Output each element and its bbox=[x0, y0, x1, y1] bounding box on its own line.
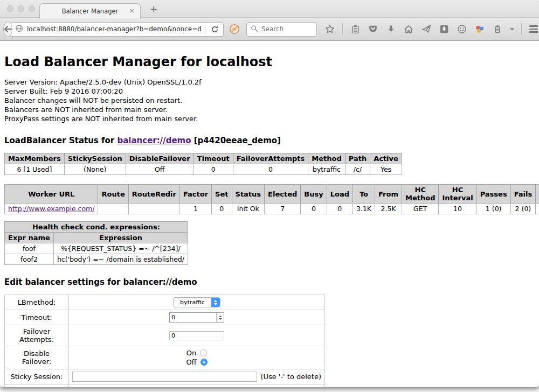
cell bbox=[536, 204, 539, 214]
tab-bar: Balancer Manager × + bbox=[0, 0, 539, 18]
window-controls bbox=[7, 5, 35, 12]
cell: Yes bbox=[370, 164, 402, 175]
number-stepper-icon[interactable] bbox=[216, 313, 224, 322]
cell: (None) bbox=[64, 164, 126, 175]
reload-icon[interactable] bbox=[209, 24, 220, 34]
balancer-link[interactable]: balancer://demo bbox=[117, 136, 191, 145]
save-panel-icon[interactable] bbox=[439, 24, 450, 34]
cell: /c/ bbox=[345, 164, 370, 175]
reading-list-icon[interactable] bbox=[350, 24, 361, 34]
health-check-table: Health check cond. expressions: Expr nam… bbox=[4, 221, 188, 265]
search-input[interactable] bbox=[261, 25, 313, 33]
col-header: Route bbox=[98, 185, 128, 204]
lbmethod-select[interactable]: bytraffic bbox=[173, 297, 220, 307]
cell: %{REQUEST_STATUS} =~ /^[234]/ bbox=[53, 243, 188, 254]
cell: 7 bbox=[265, 204, 301, 214]
add-worker-label: Add New Worker: bbox=[5, 384, 69, 387]
col-header: Busy bbox=[301, 185, 327, 204]
form-row-timeout: Timeout: bbox=[5, 310, 325, 325]
sticky-note: (Use '-' to delete) bbox=[260, 373, 321, 381]
col-header: From bbox=[375, 185, 402, 204]
notice-balancers: Balancers are NOT inherited from main se… bbox=[4, 105, 535, 114]
cell: foof2 bbox=[5, 254, 54, 265]
page-content: Load Balancer Manager for localhost Serv… bbox=[0, 41, 539, 387]
window-zoom-button[interactable] bbox=[29, 5, 35, 12]
col-header: HC Method bbox=[402, 185, 438, 204]
cell: 2 (0) bbox=[510, 204, 536, 214]
feedback-smiley-icon[interactable] bbox=[457, 24, 467, 34]
col-header: Active bbox=[370, 153, 402, 164]
select-stepper-icon bbox=[211, 298, 220, 307]
url-text[interactable]: localhost:8880/balancer-manager?b=demo&n… bbox=[27, 25, 201, 33]
edit-settings-form: LBmethod: bytraffic Timeout: bbox=[4, 295, 325, 387]
cell: 0 bbox=[194, 164, 233, 175]
cell: 2.5K bbox=[375, 204, 402, 214]
col-header: Worker URL bbox=[5, 185, 98, 204]
cell: 0 bbox=[301, 204, 327, 214]
timeout-field[interactable] bbox=[169, 312, 224, 323]
dropdown-caret-icon[interactable] bbox=[510, 28, 514, 31]
col-header: DisableFailover bbox=[126, 153, 194, 164]
form-row-sticky: Sticky Session: (Use '-' to delete) bbox=[5, 369, 325, 384]
worker-url-link[interactable]: http://www.example.com/ bbox=[8, 205, 94, 213]
search-bar[interactable] bbox=[246, 22, 317, 37]
col-header: Path bbox=[345, 153, 370, 164]
notice-persist: Balancer changes will NOT be persisted o… bbox=[4, 96, 535, 105]
toolbar-icons bbox=[324, 23, 539, 35]
menu-icon[interactable] bbox=[529, 25, 538, 33]
cell: 3.1K bbox=[353, 204, 375, 214]
table-header-row: Worker URL Route RouteRedir Factor Set S… bbox=[5, 185, 539, 204]
bookmark-star-icon[interactable] bbox=[324, 24, 335, 34]
tab-title: Balancer Manager bbox=[62, 8, 119, 15]
new-tab-button[interactable]: + bbox=[150, 4, 157, 15]
back-button[interactable] bbox=[3, 22, 12, 37]
pocket-icon[interactable] bbox=[368, 24, 378, 34]
cell bbox=[98, 204, 128, 214]
col-header: HC Interval bbox=[439, 185, 476, 204]
failover-off-radio[interactable] bbox=[201, 359, 208, 366]
container-battery-icon[interactable] bbox=[492, 24, 503, 34]
cell: 0 bbox=[212, 204, 232, 214]
col-header: HC uri bbox=[536, 185, 539, 204]
colors-icon[interactable] bbox=[474, 24, 485, 34]
send-tab-icon[interactable] bbox=[421, 24, 432, 34]
col-header: StickySession bbox=[64, 153, 126, 164]
toolbar-separator bbox=[342, 23, 343, 35]
block-badge-icon[interactable] bbox=[229, 24, 240, 34]
cell: 0 bbox=[327, 204, 353, 214]
timeout-label: Timeout: bbox=[5, 310, 69, 325]
table-row: foof2 hc('body') =~ /domain is establish… bbox=[5, 254, 188, 265]
tab-close-icon[interactable]: × bbox=[129, 6, 135, 15]
downloads-icon[interactable] bbox=[385, 24, 396, 34]
url-bar[interactable]: localhost:8880/balancer-manager?b=demo&n… bbox=[10, 22, 224, 37]
col-header: Elected bbox=[265, 185, 301, 204]
timeout-input[interactable] bbox=[170, 313, 216, 322]
globe-icon bbox=[15, 24, 23, 34]
cell: 1 bbox=[179, 204, 211, 214]
off-label: Off bbox=[186, 358, 196, 366]
window-close-button[interactable] bbox=[7, 5, 13, 12]
table-row: http://www.example.com/ 1 0 Init Ok 7 0 … bbox=[5, 204, 539, 214]
on-label: On bbox=[186, 349, 196, 357]
window-minimize-button[interactable] bbox=[18, 5, 24, 12]
failover-on-radio[interactable] bbox=[200, 349, 207, 356]
col-header: Expr name bbox=[5, 233, 54, 243]
cell: 10 bbox=[439, 204, 476, 214]
sticky-session-input[interactable] bbox=[72, 372, 257, 382]
cell: 1 (0) bbox=[476, 204, 510, 214]
sticky-label: Sticky Session: bbox=[5, 369, 69, 384]
notice-proxypass: ProxyPass settings are NOT inherited fro… bbox=[4, 114, 535, 123]
col-header: Load bbox=[327, 185, 353, 204]
tab-balancer-manager[interactable]: Balancer Manager × bbox=[39, 3, 141, 18]
failover-attempts-input[interactable] bbox=[169, 331, 224, 340]
col-header: Passes bbox=[476, 185, 510, 204]
col-header: RouteRedir bbox=[128, 185, 179, 204]
cell: foof bbox=[5, 243, 54, 254]
form-row-lbmethod: LBmethod: bytraffic bbox=[5, 295, 325, 310]
status-heading-suffix: [p4420eeae_demo] bbox=[191, 136, 281, 145]
table-header-row: Expr name Expression bbox=[5, 233, 188, 243]
home-icon[interactable] bbox=[403, 24, 414, 34]
cell: 0 bbox=[233, 164, 308, 175]
status-heading: LoadBalancer Status for balancer://demo … bbox=[4, 136, 535, 145]
urlbar-separator bbox=[205, 25, 205, 33]
